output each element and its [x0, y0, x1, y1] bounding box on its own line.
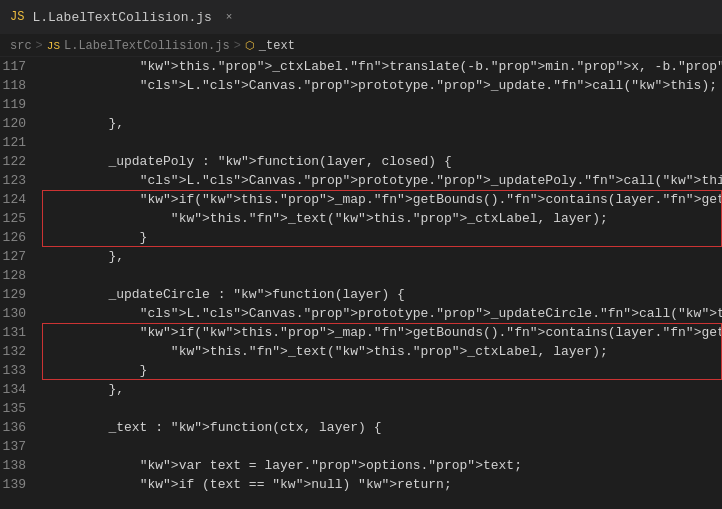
tab[interactable]: JS L.LabelTextCollision.js × — [10, 10, 232, 25]
line-number: 121 — [0, 133, 42, 152]
code-line: 133 } — [0, 361, 722, 380]
code-line: 124 "kw">if("kw">this."prop">_map."fn">g… — [0, 190, 722, 209]
code-line: 134 }, — [0, 380, 722, 399]
line-number: 127 — [0, 247, 42, 266]
breadcrumb-current-symbol: _text — [259, 39, 295, 53]
line-number: 136 — [0, 418, 42, 437]
line-content: "kw">if("kw">this."prop">_map."fn">getBo… — [42, 190, 722, 209]
code-line: 120 }, — [0, 114, 722, 133]
line-content: }, — [42, 114, 722, 133]
line-content: "kw">var text = layer."prop">options."pr… — [42, 456, 722, 475]
line-content — [42, 133, 722, 152]
breadcrumb-sep1: > — [36, 39, 43, 53]
line-content: _updateCircle : "kw">function(layer) { — [42, 285, 722, 304]
code-line: 126 } — [0, 228, 722, 247]
line-number: 125 — [0, 209, 42, 228]
line-content — [42, 266, 722, 285]
line-content — [42, 95, 722, 114]
line-number: 133 — [0, 361, 42, 380]
line-content — [42, 437, 722, 456]
line-number: 130 — [0, 304, 42, 323]
line-number: 123 — [0, 171, 42, 190]
line-content: }, — [42, 247, 722, 266]
code-line: 130 "cls">L."cls">Canvas."prop">prototyp… — [0, 304, 722, 323]
code-line: 127 }, — [0, 247, 722, 266]
line-content: "kw">this."fn">_text("kw">this."prop">_c… — [42, 342, 722, 361]
breadcrumb-sep2: > — [234, 39, 241, 53]
code-line: 139 "kw">if (text == "kw">null) "kw">ret… — [0, 475, 722, 494]
code-line: 132 "kw">this."fn">_text("kw">this."prop… — [0, 342, 722, 361]
code-line: 131 "kw">if("kw">this."prop">_map."fn">g… — [0, 323, 722, 342]
line-content — [42, 399, 722, 418]
code-line: 121 — [0, 133, 722, 152]
code-line: 135 — [0, 399, 722, 418]
line-content: _updatePoly : "kw">function(layer, close… — [42, 152, 722, 171]
line-content: "cls">L."cls">Canvas."prop">prototype."p… — [42, 171, 722, 190]
line-number: 131 — [0, 323, 42, 342]
breadcrumb: src > JS L.LabelTextCollision.js > ⬡ _te… — [0, 35, 722, 57]
breadcrumb-function-icon: ⬡ — [245, 39, 255, 52]
code-editor: 117 "kw">this."prop">_ctxLabel."fn">tran… — [0, 57, 722, 509]
code-line: 138 "kw">var text = layer."prop">options… — [0, 456, 722, 475]
code-line: 119 — [0, 95, 722, 114]
line-content: "cls">L."cls">Canvas."prop">prototype."p… — [42, 304, 722, 323]
code-line: 136 _text : "kw">function(ctx, layer) { — [0, 418, 722, 437]
line-content: "kw">this."fn">_text("kw">this."prop">_c… — [42, 209, 722, 228]
breadcrumb-src[interactable]: src — [10, 39, 32, 53]
line-number: 137 — [0, 437, 42, 456]
line-number: 120 — [0, 114, 42, 133]
line-content: "kw">if("kw">this."prop">_map."fn">getBo… — [42, 323, 722, 342]
line-number: 132 — [0, 342, 42, 361]
line-content: _text : "kw">function(ctx, layer) { — [42, 418, 722, 437]
code-line: 137 — [0, 437, 722, 456]
code-line: 117 "kw">this."prop">_ctxLabel."fn">tran… — [0, 57, 722, 76]
line-number: 122 — [0, 152, 42, 171]
line-content: "kw">this."prop">_ctxLabel."fn">translat… — [42, 57, 722, 76]
breadcrumb-file[interactable]: L.LabelTextCollision.js — [64, 39, 230, 53]
code-line: 123 "cls">L."cls">Canvas."prop">prototyp… — [0, 171, 722, 190]
line-number: 134 — [0, 380, 42, 399]
line-number: 124 — [0, 190, 42, 209]
line-number: 139 — [0, 475, 42, 494]
code-line: 128 — [0, 266, 722, 285]
tab-label: L.LabelTextCollision.js — [32, 10, 211, 25]
line-content: } — [42, 361, 722, 380]
line-number: 128 — [0, 266, 42, 285]
line-content: } — [42, 228, 722, 247]
tab-close-button[interactable]: × — [226, 11, 233, 23]
code-line: 129 _updateCircle : "kw">function(layer)… — [0, 285, 722, 304]
line-content: "kw">if (text == "kw">null) "kw">return; — [42, 475, 722, 494]
line-number: 119 — [0, 95, 42, 114]
line-number: 126 — [0, 228, 42, 247]
code-line: 125 "kw">this."fn">_text("kw">this."prop… — [0, 209, 722, 228]
line-number: 129 — [0, 285, 42, 304]
code-line: 118 "cls">L."cls">Canvas."prop">prototyp… — [0, 76, 722, 95]
line-number: 138 — [0, 456, 42, 475]
code-line: 122 _updatePoly : "kw">function(layer, c… — [0, 152, 722, 171]
line-number: 135 — [0, 399, 42, 418]
line-number: 117 — [0, 57, 42, 76]
line-number: 118 — [0, 76, 42, 95]
title-bar: JS L.LabelTextCollision.js × — [0, 0, 722, 35]
breadcrumb-js: JS — [47, 40, 60, 52]
line-content: }, — [42, 380, 722, 399]
js-file-icon: JS — [10, 10, 24, 24]
line-content: "cls">L."cls">Canvas."prop">prototype."p… — [42, 76, 722, 95]
